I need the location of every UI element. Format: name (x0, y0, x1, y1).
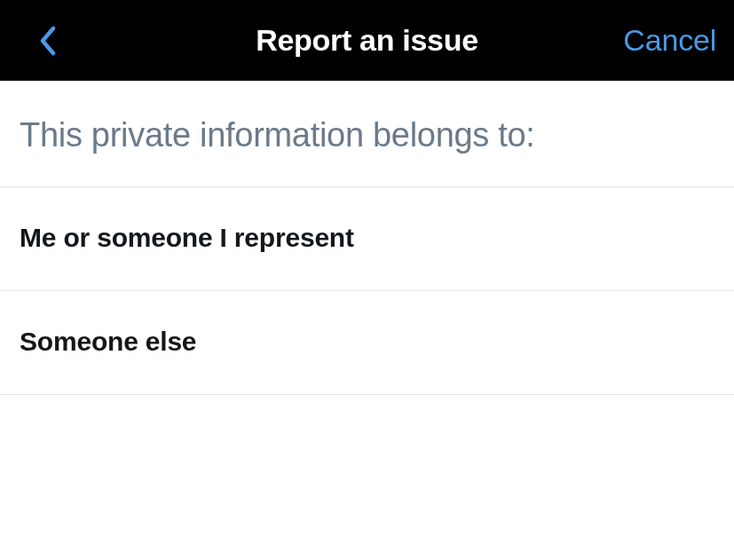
cancel-button[interactable]: Cancel (623, 23, 716, 58)
option-me-or-represent[interactable]: Me or someone I represent (0, 186, 734, 290)
content: This private information belongs to: Me … (0, 81, 734, 395)
prompt-text: This private information belongs to: (0, 81, 734, 186)
option-someone-else[interactable]: Someone else (0, 290, 734, 395)
back-button[interactable] (28, 21, 67, 60)
chevron-left-icon (39, 26, 57, 56)
navbar: Report an issue Cancel (0, 0, 734, 81)
page-title: Report an issue (256, 23, 478, 58)
